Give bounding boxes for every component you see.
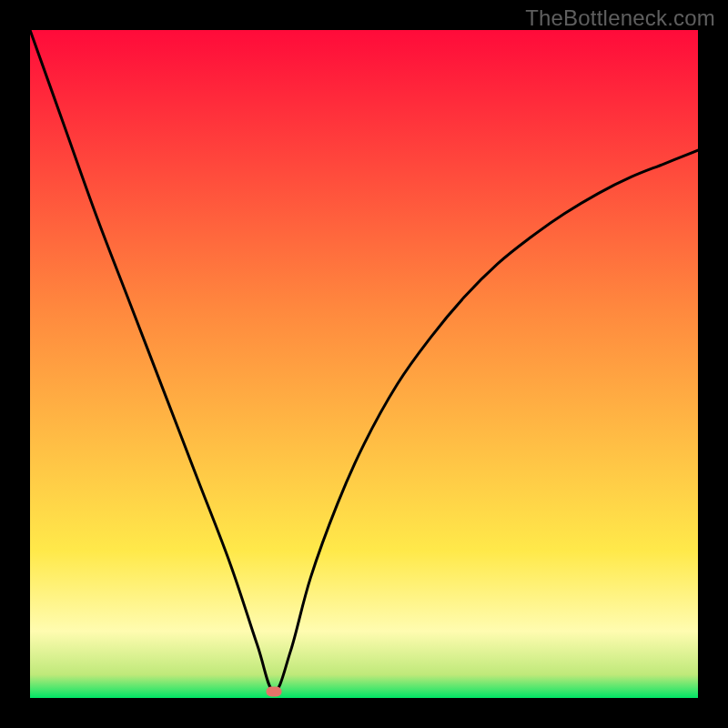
plot-area [30, 30, 698, 698]
curve-svg [30, 30, 698, 698]
bottleneck-curve [30, 30, 698, 692]
chart-frame: TheBottleneck.com [0, 0, 728, 728]
branding-watermark: TheBottleneck.com [525, 5, 715, 31]
optimal-point-marker [266, 686, 281, 696]
